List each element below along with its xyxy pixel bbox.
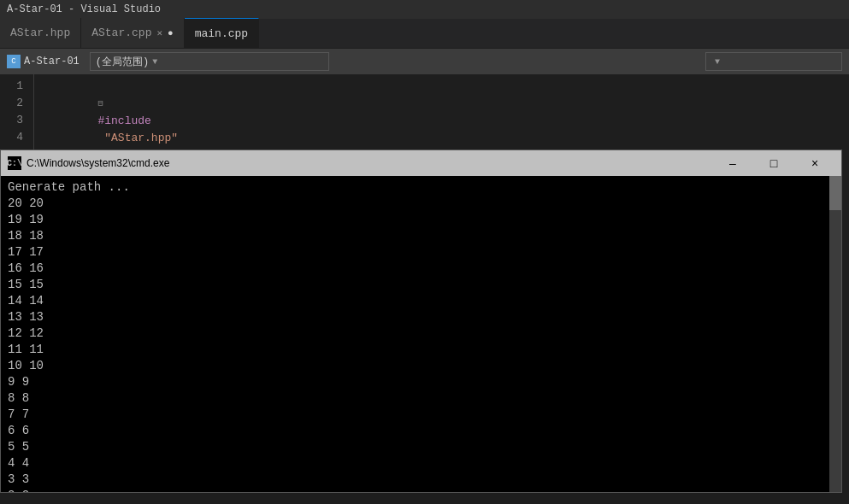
cmd-minimize-button[interactable]: – — [713, 153, 752, 173]
tab-bar: AStar.hpp AStar.cpp ✕ ● main.cpp — [0, 19, 849, 49]
project-selector[interactable]: C A-Star-01 — [7, 55, 80, 68]
ide-title: A-Star-01 - Visual Studio — [7, 3, 161, 15]
line-num-4: 4 — [7, 129, 23, 146]
cmd-scrollbar-thumb[interactable] — [829, 176, 841, 210]
cmd-line-0: Generate path ... — [8, 179, 834, 196]
cmd-icon: C:\ — [8, 156, 21, 170]
cmd-window: C:\ C:\Windows\system32\cmd.exe – □ × Ge… — [0, 149, 842, 493]
scope-dropdown-arrow: ▼ — [152, 57, 157, 67]
cmd-maximize-button[interactable]: □ — [754, 153, 793, 173]
cmd-line-4: 17 17 — [8, 244, 834, 261]
cmd-titlebar: C:\ C:\Windows\system32\cmd.exe – □ × — [1, 150, 841, 176]
scope-label: (全局范围) — [96, 55, 149, 69]
context-dropdown-arrow: ▼ — [715, 57, 720, 67]
cmd-line-11: 10 10 — [8, 358, 834, 374]
project-name: A-Star-01 — [24, 56, 80, 67]
cmd-line-9: 12 12 — [8, 325, 834, 342]
cmd-line-1: 20 20 — [8, 196, 834, 212]
collapse-1[interactable]: ⊟ — [97, 99, 103, 108]
cmd-controls: – □ × — [713, 153, 834, 173]
cmd-line-7: 14 14 — [8, 293, 834, 309]
cmd-scrollbar[interactable] — [829, 176, 841, 492]
tab-modified-indicator: ● — [168, 28, 174, 38]
cmd-line-17: 4 4 — [8, 455, 834, 472]
ide-titlebar: A-Star-01 - Visual Studio — [0, 0, 849, 19]
cmd-line-13: 8 8 — [8, 390, 834, 407]
cmd-output: Generate path ...20 2019 1918 1817 1716 … — [8, 179, 834, 492]
cmd-line-16: 5 5 — [8, 439, 834, 455]
line-num-1: 1 — [7, 78, 23, 95]
cmd-line-12: 9 9 — [8, 374, 834, 390]
cmd-line-14: 7 7 — [8, 407, 834, 423]
project-icon: C — [7, 55, 21, 68]
scope-dropdown[interactable]: (全局范围) ▼ — [90, 52, 329, 71]
cmd-line-10: 11 11 — [8, 342, 834, 358]
cmd-line-8: 13 13 — [8, 309, 834, 325]
cmd-line-3: 18 18 — [8, 228, 834, 244]
tab-label-main-cpp: main.cpp — [195, 27, 248, 40]
tab-astar-cpp[interactable]: AStar.cpp ✕ ● — [81, 18, 184, 48]
cmd-close-button[interactable]: × — [795, 153, 834, 173]
cmd-line-5: 16 16 — [8, 261, 834, 277]
cmd-body[interactable]: Generate path ...20 2019 1918 1817 1716 … — [1, 176, 841, 492]
tab-astar-hpp[interactable]: AStar.hpp — [0, 18, 81, 48]
cmd-line-6: 15 15 — [8, 277, 834, 293]
tab-label-astar-cpp: AStar.cpp — [91, 26, 151, 39]
context-dropdown[interactable]: ▼ — [705, 52, 842, 71]
line-num-2: 2 — [7, 95, 23, 112]
cmd-line-15: 6 6 — [8, 423, 834, 439]
cmd-title-text: C:\Windows\system32\cmd.exe — [27, 157, 708, 169]
tab-main-cpp[interactable]: main.cpp — [185, 18, 259, 48]
cmd-line-18: 3 3 — [8, 472, 834, 488]
tab-close-astar-cpp[interactable]: ✕ — [156, 27, 162, 38]
toolbar: C A-Star-01 (全局范围) ▼ ▼ — [0, 49, 849, 74]
line-num-3: 3 — [7, 112, 23, 129]
cmd-line-2: 19 19 — [8, 212, 834, 228]
tab-label-astar-hpp: AStar.hpp — [10, 26, 70, 39]
cmd-line-19: 2 2 — [8, 488, 834, 492]
